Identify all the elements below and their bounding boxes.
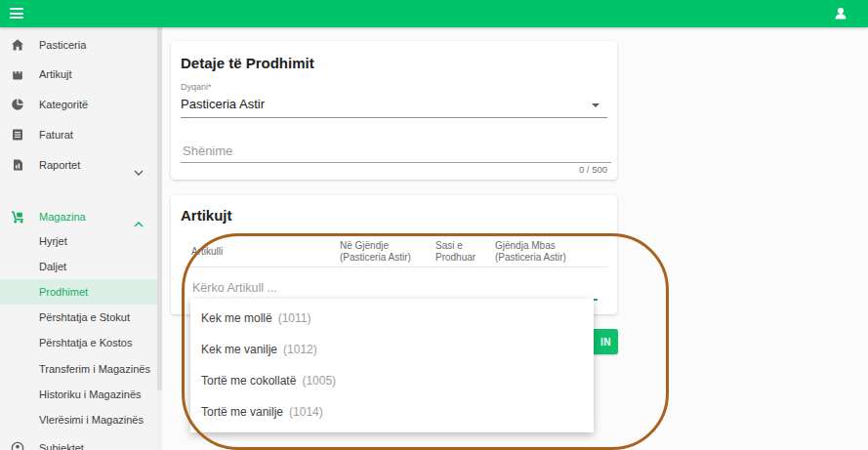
column-header-ne-gjendje: Në Gjëndje(Pasticeria Astir): [340, 240, 411, 264]
article-option[interactable]: Tortë me vanilje (1014): [190, 396, 594, 428]
sidebar-item-transferim[interactable]: Transferim i Magazinës: [0, 356, 157, 382]
article-option[interactable]: Kek me vanilje (1012): [190, 334, 594, 365]
article-option[interactable]: Kek me mollë (1011): [190, 303, 594, 334]
sidebar-item-label: Vlerësimi i Magazinës: [39, 414, 144, 426]
production-details-card: Detaje të Prodhimit Dyqani* Pasticeria A…: [171, 41, 617, 180]
app-window: Pasticeria Artikujt Kategoritë Faturat R: [0, 0, 868, 450]
chevron-down-icon: [134, 162, 144, 180]
article-option[interactable]: Tortë me cokollatë (1005): [190, 365, 594, 396]
column-header-artikulli: Artikulli: [191, 246, 223, 258]
sidebar-item-label: Raportet: [39, 159, 80, 171]
store-select[interactable]: Pasticeria Astir: [181, 94, 607, 118]
column-header-gjendja-mbas: Gjëndja Mbas(Pasticeria Astir): [495, 240, 566, 264]
notes-input[interactable]: [181, 139, 611, 163]
report-icon: [11, 158, 24, 172]
sidebar-item-label: Përshtatja e Kostos: [39, 337, 132, 348]
sidebar-item-label: Transferim i Magazinës: [39, 363, 150, 375]
sidebar-item-label: Prodhimet: [39, 286, 88, 298]
store-field-label: Dyqani*: [181, 82, 212, 92]
sidebar-item-subjektet[interactable]: Subjektet: [0, 435, 157, 450]
sidebar-item-label: Hyrjet: [39, 235, 67, 247]
sidebar-item-hyrjet[interactable]: Hyrjet: [0, 228, 157, 254]
sidebar-item-label: Subjektet: [39, 442, 84, 450]
select-dropdown-arrow-icon: [592, 103, 599, 107]
sidebar-item-prodhimet[interactable]: Prodhimet: [0, 279, 157, 305]
article-search-input[interactable]: [190, 277, 598, 301]
sidebar-item-magazina[interactable]: Magazina: [0, 204, 157, 229]
sidebar-item-kategorite[interactable]: Kategoritë: [0, 92, 157, 117]
header-divider: [184, 266, 607, 267]
store-select-value: Pasticeria Astir: [181, 97, 265, 111]
invoice-icon: [11, 128, 24, 142]
user-account-icon[interactable]: [833, 6, 848, 21]
sidebar-nav: Pasticeria Artikujt Kategoritë Faturat R: [0, 27, 162, 450]
sidebar-scrollbar[interactable]: [157, 27, 162, 450]
home-icon: [11, 38, 24, 52]
sidebar-item-artikujt[interactable]: Artikujt: [0, 61, 157, 87]
sidebar-item-faturat[interactable]: Faturat: [0, 122, 157, 147]
hamburger-menu-icon[interactable]: [10, 8, 23, 20]
sidebar-item-pasticeria[interactable]: Pasticeria: [0, 32, 157, 58]
sidebar-item-label: Magazina: [39, 211, 86, 223]
sidebar-item-label: Pasticeria: [39, 39, 86, 51]
card-title: Artikujt: [181, 207, 232, 224]
scrollbar-thumb[interactable]: [157, 27, 162, 390]
shopping-bag-icon: [11, 67, 24, 81]
sidebar-item-daljet[interactable]: Daljet: [0, 254, 157, 279]
top-app-bar: [0, 0, 868, 27]
articles-card: Artikujt Artikulli Në Gjëndje(Pasticeria…: [171, 195, 617, 314]
sidebar-item-raportet[interactable]: Raportet: [0, 152, 157, 178]
sidebar-item-label: Artikujt: [39, 68, 72, 80]
column-header-sasi: Sasi eProdhuar: [435, 240, 475, 264]
article-search-results: Kek me mollë (1011) Kek me vanilje (1012…: [190, 299, 594, 432]
sidebar-item-pershtatja-kostos[interactable]: Përshtatja e Kostos: [0, 330, 157, 355]
sidebar-item-label: Daljet: [39, 261, 66, 272]
sidebar-item-vleresimi[interactable]: Vlerësimi i Magazinës: [0, 407, 157, 432]
character-counter: 0 / 500: [579, 164, 607, 175]
sidebar-item-pershtatja-stokut[interactable]: Përshtatja e Stokut: [0, 305, 157, 330]
button-label: IN: [600, 337, 611, 348]
sidebar-item-label: Kategoritë: [39, 99, 88, 110]
sidebar-item-label: Përshtatja e Stokut: [39, 311, 130, 323]
pie-chart-icon: [11, 98, 24, 111]
sidebar-item-label: Historiku i Magazinës: [39, 389, 142, 400]
sidebar-item-label: Faturat: [39, 129, 73, 141]
trolley-icon: [11, 210, 24, 224]
sidebar-item-historiku[interactable]: Historiku i Magazinës: [0, 382, 157, 407]
person-circle-icon: [11, 441, 24, 450]
card-title: Detaje të Prodhimit: [181, 55, 314, 71]
